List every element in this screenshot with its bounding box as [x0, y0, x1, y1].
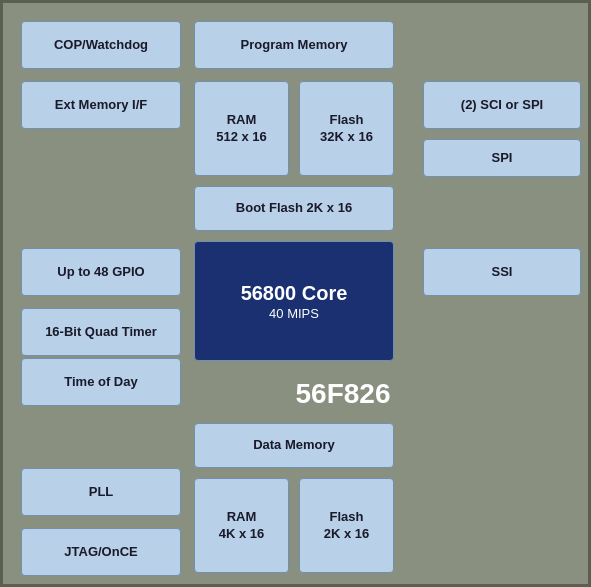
gpio-label: Up to 48 GPIO: [57, 264, 144, 281]
core-label: 56800 Core: [241, 280, 348, 306]
program-memory: Program Memory: [194, 21, 394, 69]
cop-watchdog-label: COP/Watchdog: [54, 37, 148, 54]
flash-data: Flash2K x 16: [299, 478, 394, 573]
quad-timer: 16-Bit Quad Timer: [21, 308, 181, 356]
ssi-label: SSI: [492, 264, 513, 281]
quad-timer-label: 16-Bit Quad Timer: [45, 324, 157, 341]
model-label: 56F826: [263, 378, 423, 410]
pll: PLL: [21, 468, 181, 516]
core: 56800 Core 40 MIPS: [194, 241, 394, 361]
gpio: Up to 48 GPIO: [21, 248, 181, 296]
ram-prog-label: RAM512 x 16: [216, 112, 267, 146]
jtag-label: JTAG/OnCE: [64, 544, 137, 561]
flash-prog: Flash32K x 16: [299, 81, 394, 176]
core-sublabel: 40 MIPS: [269, 306, 319, 323]
data-memory: Data Memory: [194, 423, 394, 468]
flash-data-label: Flash2K x 16: [324, 509, 370, 543]
program-memory-label: Program Memory: [241, 37, 348, 54]
ram-data: RAM4K x 16: [194, 478, 289, 573]
pll-label: PLL: [89, 484, 114, 501]
time-of-day: Time of Day: [21, 358, 181, 406]
chip-diagram: COP/WatchdogProgram MemoryExt Memory I/F…: [0, 0, 591, 587]
boot-flash: Boot Flash 2K x 16: [194, 186, 394, 231]
ext-memory-label: Ext Memory I/F: [55, 97, 147, 114]
jtag: JTAG/OnCE: [21, 528, 181, 576]
ext-memory: Ext Memory I/F: [21, 81, 181, 129]
ssi: SSI: [423, 248, 581, 296]
sci-spi: (2) SCI or SPI: [423, 81, 581, 129]
flash-prog-label: Flash32K x 16: [320, 112, 373, 146]
data-memory-label: Data Memory: [253, 437, 335, 454]
spi: SPI: [423, 139, 581, 177]
sci-spi-label: (2) SCI or SPI: [461, 97, 543, 114]
ram-prog: RAM512 x 16: [194, 81, 289, 176]
cop-watchdog: COP/Watchdog: [21, 21, 181, 69]
boot-flash-label: Boot Flash 2K x 16: [236, 200, 352, 217]
time-of-day-label: Time of Day: [64, 374, 137, 391]
ram-data-label: RAM4K x 16: [219, 509, 265, 543]
spi-label: SPI: [492, 150, 513, 167]
